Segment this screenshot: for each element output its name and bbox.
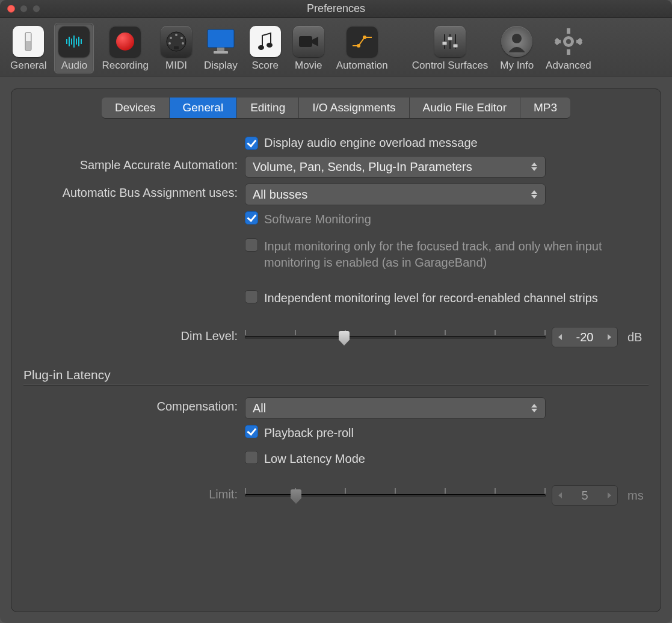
toolbar-label: General [10,60,46,72]
audio-general-panel: Devices General Editing I/O Assignments … [11,88,661,612]
playback-preroll-label: Playback pre-roll [264,425,354,441]
toolbar-item-recording[interactable]: Recording [97,23,153,73]
svg-point-13 [170,37,172,39]
toolbar-item-advanced[interactable]: Advanced [541,23,596,73]
overload-message-label: Display audio engine overload message [264,136,478,150]
tab-devices[interactable]: Devices [102,98,170,118]
input-monitoring-focused-label: Input monitoring only for the focused tr… [264,238,649,271]
svg-point-16 [182,42,184,45]
slider-thumb[interactable] [291,489,301,504]
preferences-window: Preferences General Audio Recordi [0,0,672,623]
low-latency-mode-checkbox[interactable] [245,451,258,464]
compensation-label: Compensation: [23,397,245,414]
svg-rect-29 [442,42,447,45]
limit-stepper[interactable]: 5 [552,485,618,506]
svg-rect-23 [299,36,312,47]
independent-monitoring-checkbox[interactable] [245,290,258,303]
faders-icon [434,26,466,57]
toolbar-item-movie[interactable]: Movie [289,23,328,73]
dim-level-slider[interactable] [245,328,546,346]
toolbar-label: Advanced [546,60,591,72]
stepper-increment[interactable] [602,327,617,347]
bus-assignment-select[interactable]: All busses [245,184,546,205]
select-value: Volume, Pan, Sends, Plug-In Parameters [253,160,472,174]
svg-rect-18 [208,29,234,48]
gear-icon [553,26,584,57]
toolbar-item-midi[interactable]: MIDI [156,23,196,73]
compensation-select[interactable]: All [245,397,546,419]
svg-point-21 [258,45,264,50]
switch-icon [13,26,44,57]
toolbar-item-automation[interactable]: Automation [332,23,392,73]
select-value: All busses [253,188,307,202]
window-title: Preferences [0,2,672,15]
automation-icon [347,26,378,57]
audio-subtabs: Devices General Editing I/O Assignments … [102,98,570,118]
software-monitoring-checkbox[interactable] [245,211,258,225]
svg-point-42 [566,39,571,44]
overload-message-checkbox[interactable] [245,137,258,150]
bus-assignment-label: Automatic Bus Assignment uses: [23,184,245,200]
input-monitoring-focused-checkbox[interactable] [245,238,258,252]
svg-rect-30 [448,37,452,40]
tab-io-assignments[interactable]: I/O Assignments [299,98,409,118]
limit-unit: ms [627,489,644,503]
select-value: All [253,401,266,415]
titlebar: Preferences [0,0,672,18]
toolbar-item-score[interactable]: Score [245,23,285,73]
independent-monitoring-label: Independent monitoring level for record-… [264,290,598,306]
zoom-window-button[interactable] [32,5,40,13]
svg-rect-1 [26,33,31,41]
toolbar-label: Automation [336,60,388,72]
svg-point-24 [357,44,360,48]
updown-icon [528,187,540,202]
toolbar-label: Score [252,60,279,72]
toolbar-item-display[interactable]: Display [200,23,242,73]
software-monitoring-label: Software Monitoring [264,211,371,228]
toolbar-item-my-info[interactable]: My Info [496,23,538,73]
svg-point-15 [168,42,171,45]
svg-rect-35 [567,49,570,55]
svg-point-14 [180,37,183,39]
svg-rect-19 [217,48,224,51]
stepper-increment[interactable] [602,486,617,505]
dim-level-label: Dim Level: [23,327,245,343]
minimize-window-button[interactable] [20,5,28,13]
svg-rect-31 [453,44,458,48]
toolbar-label: Movie [295,60,322,72]
dim-level-unit: dB [627,330,642,344]
slider-thumb[interactable] [339,331,350,346]
svg-rect-17 [174,46,179,49]
stepper-decrement[interactable] [552,486,568,505]
avatar-icon [501,26,532,57]
record-icon [109,26,141,57]
tab-audio-file-editor[interactable]: Audio File Editor [410,98,520,118]
tab-general[interactable]: General [170,98,238,118]
sample-accurate-automation-select[interactable]: Volume, Pan, Sends, Plug-In Parameters [245,156,546,178]
plugin-latency-heading: Plug-in Latency [23,368,649,382]
tab-editing[interactable]: Editing [237,98,299,118]
svg-rect-34 [567,28,570,34]
toolbar-item-general[interactable]: General [6,23,51,73]
close-window-button[interactable] [7,5,15,13]
updown-icon [528,400,540,416]
tab-mp3[interactable]: MP3 [520,98,570,118]
low-latency-mode-label: Low Latency Mode [264,451,365,467]
divider [23,385,649,385]
svg-rect-20 [214,51,228,54]
svg-point-32 [512,34,522,43]
toolbar-item-audio[interactable]: Audio [54,23,94,73]
preferences-toolbar: General Audio Recording [0,18,672,76]
limit-value: 5 [581,489,588,503]
svg-point-12 [175,34,177,36]
toolbar-label: Audio [61,60,87,72]
sample-accurate-automation-label: Sample Accurate Automation: [23,156,245,172]
playback-preroll-checkbox[interactable] [245,425,258,438]
limit-slider[interactable] [245,486,546,504]
limit-label: Limit: [23,485,245,501]
camera-icon [293,26,324,57]
stepper-decrement[interactable] [552,327,568,347]
monitor-icon [205,26,236,57]
dim-level-stepper[interactable]: -20 [552,327,618,347]
toolbar-item-control-surfaces[interactable]: Control Surfaces [408,23,493,73]
